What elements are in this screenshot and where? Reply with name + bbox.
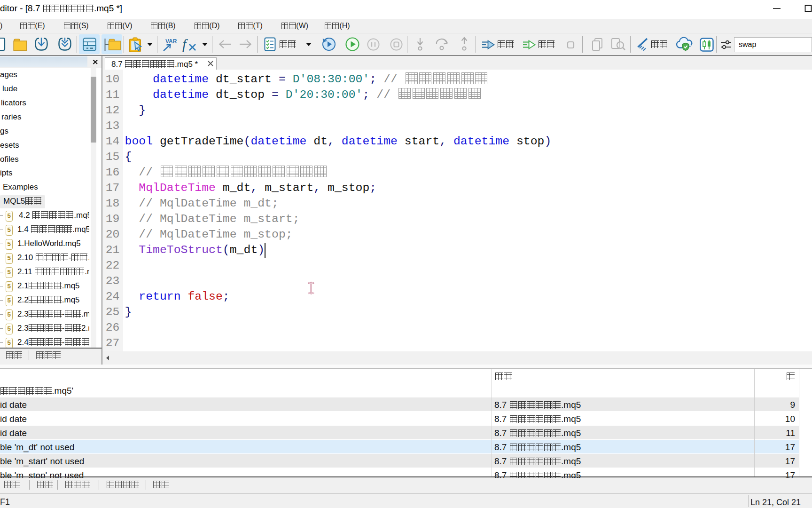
svg-text:f: f: [182, 36, 188, 52]
svg-text:VAR: VAR: [165, 38, 177, 45]
